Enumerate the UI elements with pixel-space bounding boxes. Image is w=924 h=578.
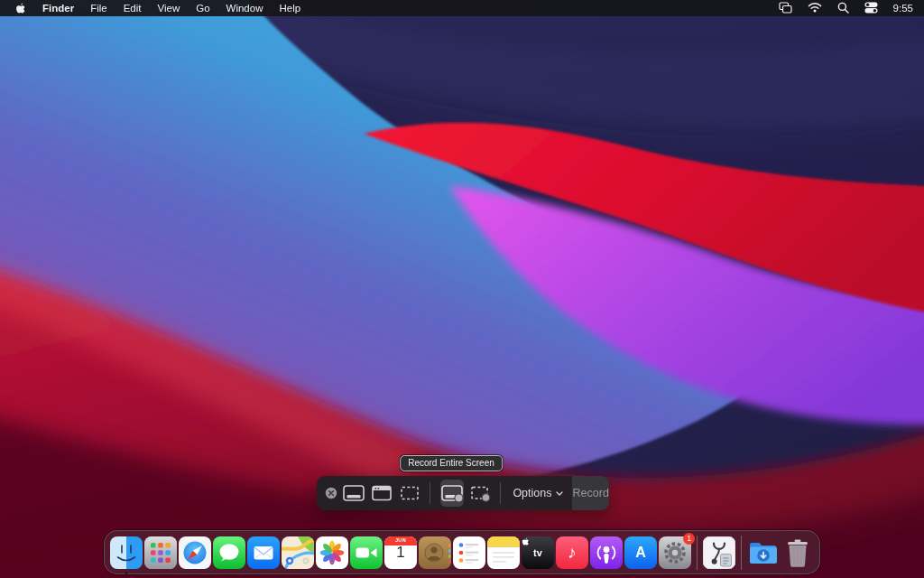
search-icon[interactable] xyxy=(837,2,849,15)
options-label: Options xyxy=(513,487,551,499)
calendar-month: JUN xyxy=(384,537,417,543)
dock-item-podcasts[interactable] xyxy=(590,536,623,569)
dock-item-facetime[interactable] xyxy=(350,536,383,569)
dock-item-messages[interactable] xyxy=(213,536,245,569)
menu-file[interactable]: File xyxy=(90,3,107,14)
dock-item-trash[interactable] xyxy=(781,536,814,569)
dock-item-app-store[interactable]: A xyxy=(624,536,657,569)
close-toolbar-button[interactable] xyxy=(325,487,337,499)
reminders-icon xyxy=(453,536,485,569)
menu-bar-clock[interactable]: 9:55 xyxy=(893,3,913,14)
dock-item-finder[interactable] xyxy=(110,536,143,569)
menu-window[interactable]: Window xyxy=(226,3,263,14)
desktop: Finder File Edit View Go Window Help xyxy=(0,0,924,578)
dock-item-reminders[interactable] xyxy=(453,536,485,569)
dock: JUN 1 xyxy=(104,530,820,574)
dock-item-safari[interactable] xyxy=(179,536,211,569)
safari-icon xyxy=(179,536,211,569)
mail-icon xyxy=(247,536,280,569)
record-selection-icon xyxy=(468,483,492,503)
options-dropdown[interactable]: Options xyxy=(513,487,563,499)
tv-label: tv xyxy=(533,547,542,558)
dock-separator xyxy=(741,536,742,570)
menu-go[interactable]: Go xyxy=(196,3,209,14)
record-entire-screen-button[interactable] xyxy=(440,480,464,507)
messages-icon xyxy=(213,536,245,569)
launchpad-icon xyxy=(144,536,177,569)
music-note-glyph: ♪ xyxy=(556,536,588,569)
toolbar-divider xyxy=(430,482,430,504)
dock-item-tv[interactable]: tv xyxy=(522,536,554,569)
capture-selected-window-button[interactable] xyxy=(370,480,393,507)
screenshot-toolbar: Options Record xyxy=(317,476,609,510)
apple-menu-icon[interactable] xyxy=(15,2,26,14)
control-center-icon[interactable] xyxy=(864,2,878,15)
calendar-day: 1 xyxy=(384,544,417,562)
screen-icon xyxy=(342,483,365,503)
dock-item-launchpad[interactable] xyxy=(144,536,177,569)
apple-logo-icon xyxy=(522,536,530,546)
menu-bar: Finder File Edit View Go Window Help xyxy=(0,0,924,16)
notification-badge: 1 xyxy=(683,533,695,545)
dashed-selection-icon xyxy=(398,483,421,503)
menu-view[interactable]: View xyxy=(158,3,180,14)
record-button[interactable]: Record xyxy=(572,476,609,510)
dock-separator xyxy=(697,536,698,570)
chevron-down-icon xyxy=(556,491,563,496)
dock-item-photos[interactable] xyxy=(316,536,348,569)
capture-selected-portion-button[interactable] xyxy=(398,480,421,507)
finder-running-indicator xyxy=(125,572,128,574)
toolbar-divider xyxy=(500,482,501,504)
dock-item-mail[interactable] xyxy=(247,536,280,569)
dock-item-downloads[interactable] xyxy=(747,536,780,569)
dock-item-stethoscope-app[interactable] xyxy=(703,536,735,569)
dock-item-contacts[interactable] xyxy=(419,536,451,569)
dock-item-calendar[interactable]: JUN 1 xyxy=(384,536,417,569)
photos-icon xyxy=(316,536,348,569)
maps-icon xyxy=(282,536,314,569)
menu-app-name[interactable]: Finder xyxy=(42,3,74,14)
finder-icon xyxy=(110,536,143,569)
record-screen-icon xyxy=(440,483,464,503)
dock-item-notes[interactable] xyxy=(487,536,520,569)
dock-item-maps[interactable] xyxy=(282,536,314,569)
menu-edit[interactable]: Edit xyxy=(124,3,142,14)
screen-mirroring-icon[interactable] xyxy=(779,2,792,15)
contacts-icon xyxy=(419,536,451,569)
trash-icon xyxy=(781,536,814,569)
tooltip-record-entire-screen: Record Entire Screen xyxy=(400,455,503,471)
downloads-folder-icon xyxy=(747,536,780,569)
capture-entire-screen-button[interactable] xyxy=(342,480,365,507)
dock-item-system-preferences[interactable]: 1 xyxy=(659,536,691,569)
facetime-icon xyxy=(350,536,383,569)
stethoscope-app-icon xyxy=(703,536,735,569)
record-selected-portion-button[interactable] xyxy=(468,480,492,507)
notes-icon xyxy=(487,536,520,569)
window-icon xyxy=(370,483,393,503)
podcasts-icon xyxy=(590,536,623,569)
wifi-icon[interactable] xyxy=(808,2,822,14)
dock-item-music[interactable]: ♪ xyxy=(556,536,588,569)
menu-help[interactable]: Help xyxy=(279,3,300,14)
app-store-glyph: A xyxy=(624,536,657,569)
